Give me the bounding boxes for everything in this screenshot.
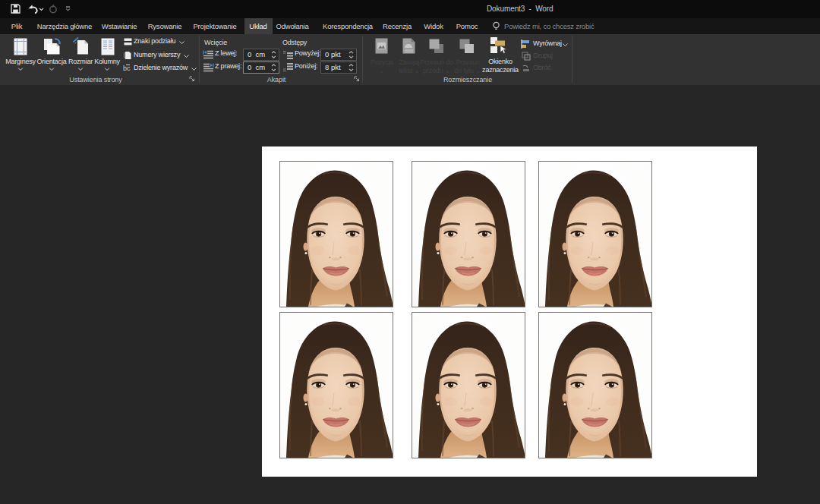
- svg-text:bc: bc: [123, 65, 131, 72]
